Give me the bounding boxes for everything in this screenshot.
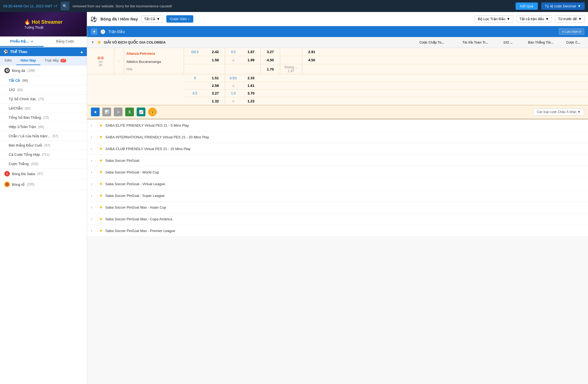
league-collapse-btn[interactable]: ▼ <box>91 40 94 44</box>
collapse-icon[interactable]: ▲ <box>80 50 84 54</box>
tat-ca-dropdown[interactable]: Tất Cả ▼ <box>141 15 163 23</box>
league-list-item[interactable]: › ★ Saba Soccer PinGoal Max - Copa Améri… <box>87 213 588 225</box>
odds-chap-2[interactable] <box>184 59 206 61</box>
league-list-item[interactable]: › ★ SABA INTERNATIONAL FRIENDLY Virtual … <box>87 131 588 143</box>
odds-1x2-3[interactable]: 1.75 <box>261 66 280 72</box>
tab-bang-cuoc[interactable]: Bảng Cược <box>44 36 87 47</box>
league-list-item[interactable]: › ★ SABA ELITE FRIENDLY Virtual PES 21 -… <box>87 120 588 131</box>
extra-h1-1[interactable]: 0 <box>184 76 206 80</box>
tab-truc-tiep[interactable]: Trực tiếp 97 <box>40 56 71 65</box>
action-list-btn[interactable]: ≡ <box>114 108 122 116</box>
saba-icon: S <box>4 171 10 176</box>
extra-h2-3[interactable]: 1.0 <box>225 92 241 95</box>
ty-le-button[interactable]: Tỷ lệ cược Decimal ▼ <box>541 2 585 10</box>
search-button[interactable]: 🔍 <box>61 2 69 10</box>
league-list-item[interactable]: › ★ Saba Soccer PinGoal Max - Asian Cup <box>87 202 588 213</box>
extra-h1-3[interactable]: 0.5 <box>184 92 206 95</box>
league-list-item[interactable]: › ★ Saba Soccer PinGoal - Super League <box>87 190 588 202</box>
extra-v2-2[interactable]: 1.61 <box>241 84 261 88</box>
menu-cuoc-thang[interactable]: Cược Thắng (102) <box>0 159 87 169</box>
menu-bong-ro[interactable]: 🏀 Bóng rổ (235) <box>0 179 87 190</box>
extra-v1-3[interactable]: 3.27 <box>206 91 225 95</box>
extra-v1-4[interactable]: 1.32 <box>206 99 225 103</box>
menu-tong-so-ban-thang[interactable]: Tổng Số Bàn Thắng (72) <box>0 113 87 122</box>
odds-val-2[interactable]: 1.58 <box>206 57 225 63</box>
menu-bong-da[interactable]: ⚽ Bóng đá (198) <box>0 65 87 76</box>
menu-bong-da-saba[interactable]: S Bóng Đá Saba (47) <box>0 169 87 179</box>
league-star-icon[interactable]: ★ <box>99 146 103 151</box>
league-star-icon[interactable]: ★ <box>99 158 103 163</box>
league-star-icon[interactable]: ★ <box>99 181 103 186</box>
extra-v2-1[interactable]: 2.33 <box>241 76 261 80</box>
cac-loai-btn[interactable]: Các loại cược Châu Á khác ▼ <box>533 108 584 115</box>
menu-ban-thang-dau-cuoi[interactable]: Bàn thắng Đầu/ Cuối (57) <box>0 141 87 150</box>
action-stats-btn[interactable]: 📊 <box>102 108 111 116</box>
menu-hiep-1[interactable]: Hiệp 1/Toàn Trận (65) <box>0 122 87 132</box>
sidebar-menu: ⚽ Bóng đá (198) Tất Cả (96) 1X2 (83) Tỷ … <box>0 65 87 190</box>
odds-ban-thang-3[interactable]: Không ... 1.97 <box>280 64 302 74</box>
odds-ban-thang-2[interactable] <box>280 59 302 61</box>
league-star-icon[interactable]: ★ <box>99 205 103 210</box>
action-money-btn[interactable]: $ <box>125 108 134 116</box>
menu-chan-le-nua-tran[interactable]: Chẵn / Lẻ của Nửa trận/... (57) <box>0 132 87 141</box>
match-star-btn[interactable]: ☆ <box>114 48 124 74</box>
tab-hom-nay[interactable]: Hôm Nay <box>16 56 40 65</box>
league-list-name: SABA INTERNATIONAL FRIENDLY Virtual PES … <box>105 135 584 139</box>
collapse-all-button[interactable]: ▼ <box>91 28 97 35</box>
odds-taixiu-h-2[interactable]: u <box>225 57 241 63</box>
action-chart-btn[interactable]: 📈 <box>137 108 145 116</box>
menu-ca-cuoc-tong-hop[interactable]: Cá Cược Tổng Hợp (711) <box>0 150 87 159</box>
league-list-item[interactable]: › ★ Saba Soccer PinGoal <box>87 155 588 166</box>
odds-cuoc-c-1[interactable]: 2.91 <box>302 49 321 55</box>
league-star-icon[interactable]: ★ <box>99 135 103 139</box>
odds-1x2-2[interactable]: 4.50 <box>261 57 280 63</box>
league-star-icon[interactable]: ★ <box>99 228 103 233</box>
action-star-btn[interactable]: ★ <box>91 108 100 116</box>
sport-title: Bóng đá / Hôm Nay <box>100 17 138 21</box>
menu-1x2[interactable]: 1X2 (83) <box>0 85 87 95</box>
cuoc-xien-button[interactable]: Cược Xiên › <box>166 15 193 23</box>
extra-v2-3[interactable]: 3.70 <box>241 91 261 95</box>
odds-chap-1[interactable]: 0/0.5 <box>184 49 206 55</box>
league-list-item[interactable]: › ★ Saba Soccer PinGoal Max - Premier Le… <box>87 225 588 237</box>
extra-v1-1[interactable]: 1.51 <box>206 76 225 80</box>
match-expanded-container: 0-0 2H 25' ☆ Alianza Petrolera Atletico … <box>87 48 588 120</box>
extra-h2-4[interactable]: u <box>225 99 241 103</box>
lua-chon-button[interactable]: ≡ Lựa chọn b <box>559 28 584 35</box>
league-list-item[interactable]: › ★ SABA CLUB FRIENDLY Virtual PES 21 - … <box>87 143 588 155</box>
live-badge: 97 <box>60 59 66 62</box>
odds-1x2-1[interactable]: 3.27 <box>261 49 280 55</box>
odds-ban-thang-1[interactable] <box>280 51 302 53</box>
tat-ca-tran-dropdown[interactable]: Tất cả trận đấu ▼ <box>516 15 552 23</box>
ket-qua-button[interactable]: Kết Quả <box>516 2 538 10</box>
league-star-icon[interactable]: ★ <box>99 170 103 175</box>
match-actions-bar: ★ 📊 ≡ $ 📈 💰 Các loại cược Châu Á khác ▼ <box>87 105 588 119</box>
league-star-icon[interactable]: ★ <box>99 123 103 128</box>
league-star-icon[interactable]: ★ <box>99 217 103 221</box>
odds-taixiu-h-1[interactable]: 0.5 <box>225 49 241 55</box>
tu-truoc-dropdown[interactable]: Từ trước đế ▼ <box>555 15 585 23</box>
odds-taixiu-v-1[interactable]: 1.87 <box>241 49 261 55</box>
tab-phieu-dat[interactable]: Phiếu Đặ... ▼ <box>0 36 44 47</box>
extra-v2-4[interactable]: 1.23 <box>241 99 261 103</box>
league-list-item[interactable]: › ★ Saba Soccer PinGoal - World Cup <box>87 166 588 178</box>
bo-loc-tran-dau-dropdown[interactable]: Bộ Lọc Trận Đấu ▼ <box>475 15 513 23</box>
expand-icon: › <box>91 158 96 163</box>
league-list-item[interactable]: › ★ Saba Soccer PinGoal - Virtual League <box>87 178 588 190</box>
tab-som[interactable]: Sớm <box>0 56 16 65</box>
odds-taixiu-v-2[interactable]: 1.99 <box>241 57 261 63</box>
extra-v1-2[interactable]: 2.58 <box>206 84 225 88</box>
extra-h2-1[interactable]: 0.5/1 <box>225 76 241 80</box>
extra-h2-2[interactable]: u <box>225 84 241 88</box>
odds-val-1[interactable]: 2.42 <box>206 49 225 55</box>
menu-tat-ca[interactable]: Tất Cả (96) <box>0 76 87 85</box>
league-star-icon[interactable]: ★ <box>99 193 103 198</box>
league-star[interactable]: ★ <box>97 40 101 45</box>
odds-cuoc-c-2[interactable]: 4.50 <box>302 57 321 63</box>
menu-le-chan[interactable]: Lẻ/Chẵn (92) <box>0 104 87 113</box>
content-area: ⚽ Bóng đá / Hôm Nay Tất Cả ▼ Cược Xiên ›… <box>87 12 588 384</box>
action-coin-btn[interactable]: 💰 <box>148 108 157 116</box>
league-header: ▼ ★ GIẢI VÔ ĐỊCH QUỐC GIA COLOMBIA Cược … <box>87 37 588 48</box>
menu-ty-so-chinh-xac[interactable]: Tỷ Số Chính Xác (73) <box>0 95 87 104</box>
banner-sub: Tường Thuật <box>24 26 62 29</box>
